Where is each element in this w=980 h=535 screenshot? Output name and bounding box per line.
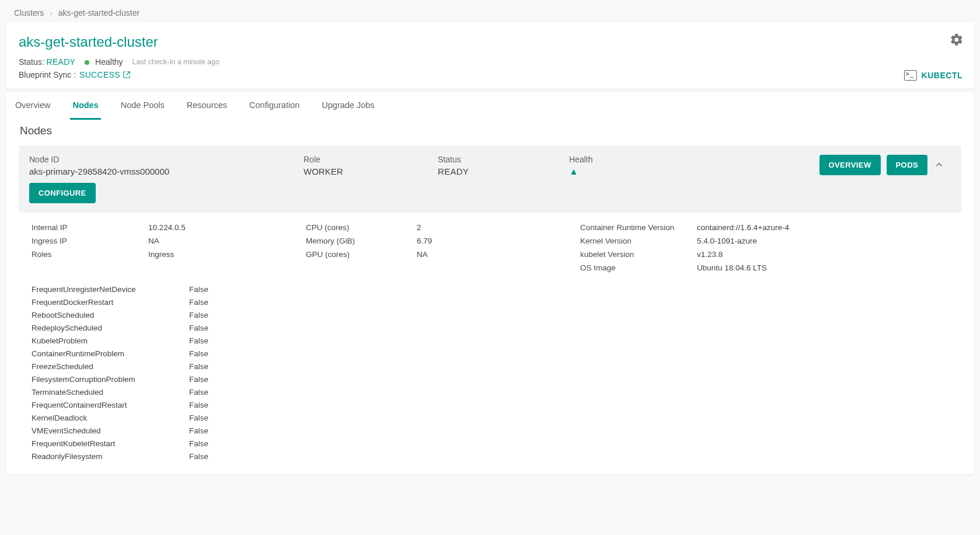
spec-key: Internal IP xyxy=(32,223,148,232)
condition-value: False xyxy=(189,336,247,345)
condition-row: FreezeScheduledFalse xyxy=(32,360,948,373)
condition-value: False xyxy=(189,375,247,384)
condition-row: KubeletProblemFalse xyxy=(32,334,948,347)
condition-value: False xyxy=(189,362,247,371)
cluster-header-card: aks-get-started-cluster Status: READY He… xyxy=(6,22,974,89)
checkin-text: Last check-in a minute ago xyxy=(132,58,219,66)
tab-resources[interactable]: Resources xyxy=(184,92,229,120)
breadcrumb: Clusters › aks-get-started-cluster xyxy=(6,6,974,22)
pods-button[interactable]: PODS xyxy=(887,155,927,175)
node-role-label: Role xyxy=(304,155,438,164)
spec-key: Ingress IP xyxy=(32,237,148,245)
breadcrumb-root[interactable]: Clusters xyxy=(14,8,44,18)
condition-row: TerminateScheduledFalse xyxy=(32,385,948,398)
health-up-icon: ▲ xyxy=(569,166,697,177)
spec-key: Roles xyxy=(32,250,148,259)
tab-node-pools[interactable]: Node Pools xyxy=(118,92,167,120)
status-block: Status: READY xyxy=(19,57,75,67)
spec-key: Container Runtime Version xyxy=(580,223,697,232)
spec-key: OS Image xyxy=(580,263,697,272)
breadcrumb-current: aks-get-started-cluster xyxy=(58,8,139,18)
open-in-new-icon xyxy=(123,71,131,79)
condition-row: ReadonlyFilesystemFalse xyxy=(32,450,948,463)
condition-key: KernelDeadlock xyxy=(32,414,189,422)
status-label: Status: xyxy=(19,57,44,67)
condition-value: False xyxy=(189,349,247,358)
condition-value: False xyxy=(189,401,247,409)
node-status-value: READY xyxy=(438,166,569,176)
condition-row: VMEventScheduledFalse xyxy=(32,424,948,437)
spec-value xyxy=(417,263,580,272)
condition-row: RebootScheduledFalse xyxy=(32,308,948,321)
condition-value: False xyxy=(189,285,247,294)
spec-value: v1.23.8 xyxy=(697,250,948,259)
condition-value: False xyxy=(189,452,247,461)
condition-key: FrequentContainerdRestart xyxy=(32,401,189,409)
node-details: Internal IP10.224.0.5CPU (cores)2Contain… xyxy=(19,221,961,463)
spec-key xyxy=(306,263,417,272)
node-id-label: Node ID xyxy=(29,155,304,164)
spec-value: 6.79 xyxy=(417,237,580,245)
condition-value: False xyxy=(189,311,247,319)
spec-grid: Internal IP10.224.0.5CPU (cores)2Contain… xyxy=(32,223,948,272)
condition-value: False xyxy=(189,439,247,448)
condition-key: FilesystemCorruptionProblem xyxy=(32,375,189,384)
spec-value: Ingress xyxy=(148,250,306,259)
terminal-icon xyxy=(904,70,917,81)
health-text: Healthy xyxy=(95,57,123,67)
condition-row: FrequentUnregisterNetDeviceFalse xyxy=(32,283,948,296)
node-status-label: Status xyxy=(438,155,569,164)
collapse-toggle[interactable] xyxy=(927,155,951,170)
conditions-table: FrequentUnregisterNetDeviceFalseFrequent… xyxy=(32,283,948,463)
condition-key: RedeployScheduled xyxy=(32,324,189,332)
spec-value: Ubuntu 18.04.6 LTS xyxy=(697,263,948,272)
condition-row: FrequentDockerRestartFalse xyxy=(32,296,948,308)
condition-value: False xyxy=(189,324,247,332)
condition-key: TerminateScheduled xyxy=(32,388,189,397)
condition-key: FreezeScheduled xyxy=(32,362,189,371)
configure-button[interactable]: CONFIGURE xyxy=(29,183,96,203)
condition-row: FilesystemCorruptionProblemFalse xyxy=(32,373,948,385)
spec-key: Kernel Version xyxy=(580,237,697,245)
spec-value: NA xyxy=(148,237,306,245)
tab-configuration[interactable]: Configuration xyxy=(247,92,302,120)
condition-row: ContainerRuntimeProblemFalse xyxy=(32,347,948,360)
tab-upgrade-jobs[interactable]: Upgrade Jobs xyxy=(319,92,376,120)
spec-value: NA xyxy=(417,250,580,259)
condition-key: ReadonlyFilesystem xyxy=(32,452,189,461)
condition-value: False xyxy=(189,388,247,397)
spec-value: 5.4.0-1091-azure xyxy=(697,237,948,245)
gear-icon[interactable] xyxy=(950,33,964,47)
node-summary: Node ID aks-primary-29858420-vmss000000 … xyxy=(19,145,961,213)
tabs: OverviewNodesNode PoolsResourcesConfigur… xyxy=(6,92,974,120)
blueprint-value: SUCCESS xyxy=(79,70,120,79)
tab-nodes[interactable]: Nodes xyxy=(70,92,100,120)
health-dot-icon xyxy=(85,60,89,65)
condition-key: FrequentKubeletRestart xyxy=(32,439,189,448)
spec-value xyxy=(148,263,306,272)
health-block: Healthy xyxy=(85,57,123,67)
condition-key: FrequentDockerRestart xyxy=(32,298,189,307)
spec-value: 10.224.0.5 xyxy=(148,223,306,232)
condition-row: KernelDeadlockFalse xyxy=(32,411,948,424)
spec-key xyxy=(32,263,148,272)
condition-key: KubeletProblem xyxy=(32,336,189,345)
spec-key: kubelet Version xyxy=(580,250,697,259)
blueprint-label: Blueprint Sync : xyxy=(19,70,76,79)
condition-row: FrequentContainerdRestartFalse xyxy=(32,398,948,411)
condition-value: False xyxy=(189,414,247,422)
spec-key: GPU (cores) xyxy=(306,250,417,259)
kubectl-button[interactable]: KUBECTL xyxy=(904,70,962,81)
kubectl-label: KUBECTL xyxy=(922,71,962,80)
condition-row: FrequentKubeletRestartFalse xyxy=(32,437,948,450)
node-id-value: aks-primary-29858420-vmss000000 xyxy=(29,166,304,176)
spec-value: containerd://1.6.4+azure-4 xyxy=(697,223,948,232)
tab-overview[interactable]: Overview xyxy=(13,92,53,120)
overview-button[interactable]: OVERVIEW xyxy=(819,155,881,175)
blueprint-sync-link[interactable]: SUCCESS xyxy=(79,70,131,79)
condition-row: RedeployScheduledFalse xyxy=(32,321,948,334)
node-health-label: Health xyxy=(569,155,697,164)
condition-key: RebootScheduled xyxy=(32,311,189,319)
node-role-value: WORKER xyxy=(304,166,438,176)
condition-key: FrequentUnregisterNetDevice xyxy=(32,285,189,294)
